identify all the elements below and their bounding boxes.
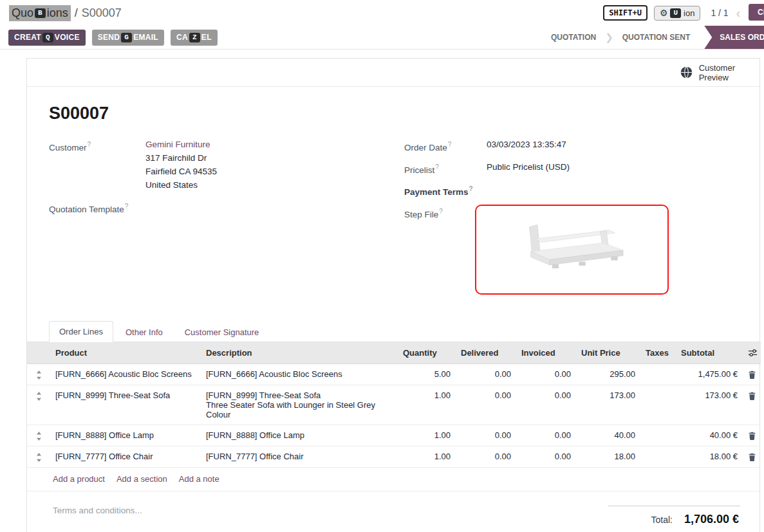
- step-file-label: Step File?: [404, 205, 475, 295]
- invoiced-cell[interactable]: 0.00: [516, 363, 576, 385]
- description-cell[interactable]: [FURN_8999] Three-Seat Sofa Three Seater…: [201, 385, 398, 425]
- delivered-cell[interactable]: 0.00: [456, 446, 516, 467]
- shortcut-hint-badge: G: [121, 33, 132, 42]
- payment-terms-label: Payment Terms?: [404, 182, 487, 199]
- unit-price-cell[interactable]: 18.00: [576, 446, 640, 467]
- order-lines-table: Product Description Quantity Delivered I…: [27, 342, 761, 468]
- product-column-header[interactable]: Product: [50, 342, 201, 364]
- subtotal-column-header[interactable]: Subtotal: [676, 342, 743, 364]
- sheet-footer: Terms and conditions... Total: 1,706.00 …: [27, 491, 759, 526]
- statusbar: QUOTATION ❯ QUOTATION SENT SALES ORDER: [542, 26, 764, 49]
- create-invoice-button[interactable]: CREAT Q VOICE: [8, 30, 86, 46]
- help-icon: ?: [439, 208, 443, 215]
- taxes-cell[interactable]: [640, 446, 676, 467]
- table-row[interactable]: [FURN_6666] Acoustic Bloc Screens [FURN_…: [27, 363, 761, 385]
- tab-order-lines[interactable]: Order Lines: [49, 321, 113, 342]
- help-icon: ?: [125, 203, 129, 210]
- shortcut-hint-badge: Q: [42, 33, 53, 42]
- pager-value: 1 / 1: [711, 8, 728, 18]
- description-cell[interactable]: [FURN_7777] Office Chair: [201, 446, 398, 467]
- page-title: S00007: [27, 87, 759, 124]
- quantity-cell[interactable]: 5.00: [398, 363, 456, 385]
- quantity-cell[interactable]: 1.00: [398, 425, 456, 446]
- delete-row-button[interactable]: [743, 446, 761, 467]
- field-quotation-template: Quotation Template?: [49, 199, 394, 216]
- drag-handle-icon[interactable]: [27, 385, 50, 425]
- delivered-cell[interactable]: 0.00: [456, 425, 516, 446]
- delete-row-button[interactable]: [743, 385, 761, 425]
- breadcrumb-quotations[interactable]: Quo B ions: [9, 5, 71, 21]
- tab-other-info[interactable]: Other Info: [116, 322, 172, 342]
- unit-price-cell[interactable]: 295.00: [576, 363, 640, 385]
- unit-price-cell[interactable]: 40.00: [576, 425, 640, 446]
- taxes-cell[interactable]: [640, 363, 676, 385]
- drag-handle-icon[interactable]: [27, 446, 50, 467]
- table-row[interactable]: [FURN_8888] Office Lamp [FURN_8888] Offi…: [27, 425, 761, 446]
- breadcrumb-current: S00007: [82, 6, 122, 20]
- add-a-product-link[interactable]: Add a product: [53, 474, 105, 484]
- customer-preview-button[interactable]: Customer Preview: [680, 63, 735, 82]
- stage-separator-icon: ❯: [605, 32, 613, 43]
- pager-previous-icon[interactable]: ‹: [735, 6, 742, 19]
- control-panel: CREAT Q VOICE SEND G EMAIL CA Z EL QUOTA…: [0, 26, 764, 50]
- description-cell[interactable]: [FURN_6666] Acoustic Bloc Screens: [201, 363, 398, 385]
- order-date-value[interactable]: 03/03/2023 13:35:47: [487, 138, 566, 154]
- product-cell[interactable]: [FURN_6666] Acoustic Bloc Screens: [50, 363, 201, 385]
- action-menu-button[interactable]: ⚙ U ion: [654, 6, 701, 21]
- top-bar: Quo B ions / S00007 SHIFT+U ⚙ U ion 1 / …: [0, 0, 764, 26]
- delivered-cell[interactable]: 0.00: [456, 363, 516, 385]
- table-header-row: Product Description Quantity Delivered I…: [27, 342, 761, 364]
- delete-row-button[interactable]: [743, 425, 761, 446]
- taxes-column-header[interactable]: Taxes: [640, 342, 676, 364]
- quantity-cell[interactable]: 1.00: [398, 446, 456, 467]
- drag-handle-icon[interactable]: [27, 425, 50, 446]
- product-cell[interactable]: [FURN_8999] Three-Seat Sofa: [50, 385, 201, 425]
- table-row[interactable]: [FURN_8999] Three-Seat Sofa [FURN_8999] …: [27, 385, 761, 425]
- quantity-column-header[interactable]: Quantity: [398, 342, 456, 364]
- unit-price-cell[interactable]: 173.00: [576, 385, 640, 425]
- step-file-image-widget[interactable]: [475, 205, 669, 295]
- send-email-button[interactable]: SEND G EMAIL: [92, 30, 164, 46]
- invoiced-cell[interactable]: 0.00: [516, 385, 576, 425]
- stage-sales-order-active[interactable]: SALES ORDER: [704, 26, 764, 49]
- invoiced-cell[interactable]: 0.00: [516, 425, 576, 446]
- optional-columns-button[interactable]: [743, 342, 761, 364]
- form-fields: Customer? Gemini Furniture 317 Fairchild…: [27, 124, 759, 300]
- customer-label: Customer?: [49, 138, 145, 192]
- quantity-cell[interactable]: 1.00: [398, 385, 456, 425]
- description-column-header[interactable]: Description: [201, 342, 398, 364]
- unit-price-column-header[interactable]: Unit Price: [576, 342, 640, 364]
- taxes-cell[interactable]: [640, 425, 676, 446]
- terms-and-conditions-input[interactable]: Terms and conditions...: [53, 506, 142, 526]
- product-cell[interactable]: [FURN_8888] Office Lamp: [50, 425, 201, 446]
- description-cell[interactable]: [FURN_8888] Office Lamp: [201, 425, 398, 446]
- table-row[interactable]: [FURN_7777] Office Chair [FURN_7777] Off…: [27, 446, 761, 467]
- stage-quotation[interactable]: QUOTATION: [542, 33, 605, 42]
- invoiced-cell[interactable]: 0.00: [516, 446, 576, 467]
- field-order-date: Order Date? 03/03/2023 13:35:47: [404, 138, 739, 154]
- delivered-cell[interactable]: 0.00: [456, 385, 516, 425]
- pricelist-value[interactable]: Public Pricelist (USD): [487, 160, 570, 177]
- invoiced-column-header[interactable]: Invoiced: [516, 342, 576, 364]
- add-a-section-link[interactable]: Add a section: [116, 474, 167, 484]
- totals-block: Total: 1,706.00 €: [608, 506, 740, 526]
- shortcut-hint-badge: U: [670, 8, 681, 18]
- cancel-button[interactable]: CA Z EL: [171, 30, 218, 46]
- sheet-top-strip: Customer Preview: [27, 59, 759, 87]
- drag-handle-icon[interactable]: [27, 363, 50, 385]
- create-invoice-label-pre: CREAT: [14, 33, 41, 42]
- customer-link[interactable]: Gemini Furniture: [145, 140, 210, 149]
- send-email-label-pre: SEND: [98, 33, 120, 42]
- stage-quotation-sent[interactable]: QUOTATION SENT: [613, 33, 700, 42]
- field-step-file: Step File?: [404, 205, 739, 295]
- taxes-cell[interactable]: [640, 385, 676, 425]
- corner-create-button[interactable]: Ci: [749, 4, 764, 21]
- add-a-note-link[interactable]: Add a note: [179, 474, 219, 484]
- form-left-column: Customer? Gemini Furniture 317 Fairchild…: [49, 138, 394, 300]
- delete-row-button[interactable]: [743, 363, 761, 385]
- tab-customer-signature[interactable]: Customer Signature: [175, 322, 269, 342]
- delivered-column-header[interactable]: Delivered: [456, 342, 516, 364]
- product-cell[interactable]: [FURN_7777] Office Chair: [50, 446, 201, 467]
- field-pricelist: Pricelist? Public Pricelist (USD): [404, 160, 739, 177]
- shortcut-shift-u-hint: SHIFT+U: [603, 5, 648, 21]
